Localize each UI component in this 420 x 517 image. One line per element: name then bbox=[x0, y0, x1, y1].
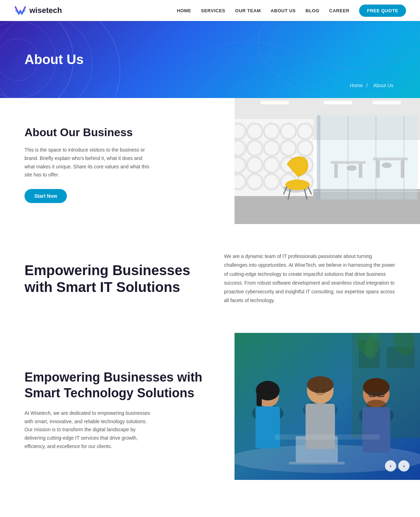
logo-text: wisetech bbox=[29, 6, 62, 15]
svg-point-82 bbox=[316, 389, 318, 391]
about-business-body: This is the space to introduce visitors … bbox=[24, 146, 150, 179]
svg-rect-73 bbox=[306, 404, 335, 449]
svg-rect-39 bbox=[404, 116, 404, 200]
svg-rect-84 bbox=[275, 434, 380, 440]
empowering-body: We are a dynamic team of IT professional… bbox=[224, 252, 396, 305]
logo-icon bbox=[14, 4, 27, 17]
navbar: wisetech HOME SERVICES OUR TEAM ABOUT US… bbox=[0, 0, 420, 21]
svg-rect-81 bbox=[362, 407, 390, 453]
svg-rect-9 bbox=[324, 101, 352, 104]
svg-rect-43 bbox=[373, 158, 408, 160]
empowering-heading: Empowering Businesses with Smart IT Solu… bbox=[24, 262, 196, 295]
breadcrumb-separator: / bbox=[366, 83, 368, 88]
svg-rect-63 bbox=[289, 462, 345, 464]
hero-banner: About Us Home / About Us bbox=[0, 21, 420, 98]
svg-rect-42 bbox=[359, 164, 362, 178]
svg-rect-8 bbox=[261, 101, 289, 104]
smart-tech-heading: Empowering Businesses with Smart Technol… bbox=[24, 369, 210, 401]
carousel-controls: ‹ › bbox=[385, 460, 410, 471]
breadcrumb: Home / About Us bbox=[350, 83, 396, 88]
svg-rect-69 bbox=[255, 406, 280, 448]
office-interior-illustration bbox=[234, 98, 420, 224]
svg-point-72 bbox=[307, 376, 334, 393]
carousel-prev-button[interactable]: ‹ bbox=[385, 460, 396, 471]
svg-rect-38 bbox=[376, 116, 376, 200]
svg-rect-40 bbox=[331, 161, 366, 164]
nav-item-about-us[interactable]: ABOUT US bbox=[271, 8, 296, 13]
svg-rect-34 bbox=[317, 116, 320, 200]
hero-title: About Us bbox=[24, 52, 396, 67]
svg-rect-44 bbox=[376, 160, 380, 178]
free-quote-button[interactable]: FREE QUOTE bbox=[359, 5, 406, 17]
nav-item-home[interactable]: HOME bbox=[177, 8, 191, 13]
nav-item-blog[interactable]: BLOG bbox=[306, 8, 320, 13]
svg-rect-41 bbox=[334, 164, 338, 178]
about-business-section: About Our Business This is the space to … bbox=[0, 98, 420, 224]
svg-point-76 bbox=[363, 378, 390, 396]
svg-point-46 bbox=[347, 165, 357, 171]
smart-tech-body: At Wisetech, we are dedicated to empower… bbox=[24, 409, 154, 451]
smart-tech-section: Empowering Businesses with Smart Technol… bbox=[0, 333, 420, 480]
team-photo-illustration bbox=[234, 333, 420, 480]
start-now-button[interactable]: Start Now bbox=[24, 189, 67, 203]
svg-rect-68 bbox=[267, 387, 274, 390]
hero-title-wrap: About Us bbox=[24, 52, 396, 67]
carousel-next-button[interactable]: › bbox=[398, 460, 410, 471]
nav-item-career[interactable]: CAREER bbox=[329, 8, 350, 13]
svg-rect-36 bbox=[320, 116, 320, 200]
nav-item-our-team[interactable]: OUR TEAM bbox=[235, 8, 261, 13]
empowering-section: Empowering Businesses with Smart IT Solu… bbox=[0, 224, 420, 333]
nav-links: HOME SERVICES OUR TEAM ABOUT US BLOG CAR… bbox=[177, 5, 406, 17]
smart-tech-image: ‹ › bbox=[234, 333, 420, 480]
empowering-right: We are a dynamic team of IT professional… bbox=[224, 252, 396, 305]
svg-rect-35 bbox=[320, 116, 418, 200]
about-business-image bbox=[234, 98, 420, 224]
about-business-heading: About Our Business bbox=[24, 126, 210, 139]
svg-rect-10 bbox=[373, 101, 401, 104]
svg-rect-45 bbox=[401, 160, 404, 178]
smart-tech-text: Empowering Businesses with Smart Technol… bbox=[0, 333, 234, 480]
nav-item-services[interactable]: SERVICES bbox=[201, 8, 225, 13]
logo[interactable]: wisetech bbox=[14, 4, 62, 17]
svg-point-47 bbox=[382, 162, 392, 168]
empowering-left: Empowering Businesses with Smart IT Solu… bbox=[24, 262, 196, 295]
breadcrumb-current: About Us bbox=[373, 83, 393, 88]
svg-rect-67 bbox=[257, 391, 262, 406]
svg-rect-37 bbox=[348, 116, 348, 200]
breadcrumb-home[interactable]: Home bbox=[350, 83, 363, 88]
svg-point-83 bbox=[322, 389, 324, 391]
about-business-text: About Our Business This is the space to … bbox=[0, 98, 234, 224]
